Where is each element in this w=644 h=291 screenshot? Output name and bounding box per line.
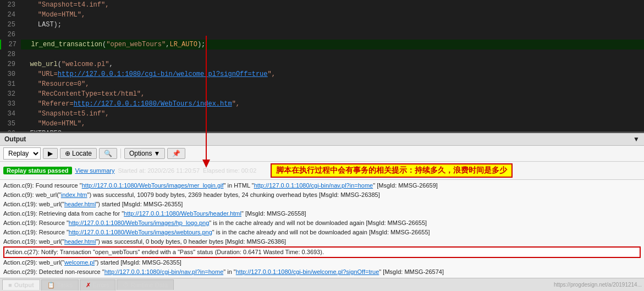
tab-runtime[interactable]: ⏱ Runtime Data: [117, 279, 174, 290]
code-line-30: 30 "URL=http://127.0.0.1:1080/cgi-bin/we…: [0, 69, 644, 79]
locate-icon: ⊕: [65, 150, 70, 157]
log-line-9: Action.c(29): web_url("welcome.pl") star…: [3, 258, 641, 267]
status-badge: Replay status passed: [3, 167, 72, 174]
output-title: Output: [4, 135, 26, 143]
replay-select[interactable]: Replay: [3, 147, 41, 160]
chevron-down-icon: ▼: [153, 150, 160, 157]
code-line-33: 33 "Referer=http://127.0.0.1:1080/WebTou…: [0, 99, 644, 109]
code-line-32: 32 "RecContentType=text/html",: [0, 89, 644, 99]
log-line-1: Action.c(9): Found resource "http://127.…: [3, 181, 641, 190]
tab-tasks[interactable]: 📋 Tasks: [41, 279, 79, 290]
code-line-28: 28: [0, 50, 644, 59]
pin-btn[interactable]: 📌: [167, 148, 185, 159]
code-line-35: 35 "Mode=HTML",: [0, 119, 644, 129]
started-at: Started at: 2020/2/26 11:20:57: [118, 167, 200, 174]
runtime-tab-icon: ⏱: [123, 282, 129, 288]
output-collapse-icon[interactable]: ▼: [633, 135, 640, 143]
output-header: Output ▼: [0, 133, 644, 146]
locate-btn[interactable]: ⊕ Locate: [60, 148, 97, 159]
errors-tab-icon: ✗: [86, 282, 91, 289]
elapsed-time: Elapsed time: 00:02: [203, 167, 256, 174]
log-line-6: Action.c(19): Resource "http://127.0.0.1…: [3, 228, 641, 237]
annotation-text: 脚本在执行过程中会有事务的相关提示：持续多久，浪费时间是多少: [271, 163, 513, 178]
log-line-4: Action.c(19): Retrieving data from cache…: [3, 209, 641, 218]
code-line-23: 23 "Snapshot=t4.inf",: [0, 0, 644, 10]
search-btn[interactable]: 🔍: [99, 148, 117, 159]
log-line-5: Action.c(19): Resource "http://127.0.0.1…: [3, 218, 641, 228]
code-line-27: 27 lr_end_transaction("open_webTours",LR…: [0, 40, 644, 50]
output-tab-icon: ■: [8, 282, 12, 288]
toolbar-divider: [120, 149, 121, 158]
log-line-transaction: Action.c(27): Notify: Transaction "open_…: [3, 246, 641, 258]
log-line-2: Action.c(9): web_url("index.htm") was su…: [3, 190, 641, 200]
code-line-31: 31 "Resource=0",: [0, 79, 644, 89]
log-line-10: Action.c(29): Detected non-resource "htt…: [3, 267, 641, 277]
code-editor: 23 "Snapshot=t4.inf", 24 "Mode=HTML", 25…: [0, 0, 644, 132]
code-line-34: 34 "Snapshot=t5.inf",: [0, 109, 644, 119]
output-toolbar: Replay ▶ ⊕ Locate 🔍 Options ▼ 📌: [0, 146, 644, 162]
pin-icon: 📌: [172, 150, 180, 157]
code-line-29: 29 web_url("welcome.pl",: [0, 59, 644, 69]
bottom-tabs: ■ Output 📋 Tasks ✗ Errors ⏱ Runtime Data…: [0, 278, 644, 291]
log-line-3: Action.c(19): web_url("header.html") sta…: [3, 200, 641, 209]
log-line-7: Action.c(19): web_url("header.html") was…: [3, 237, 641, 246]
code-line-25: 25 LAST);: [0, 20, 644, 30]
replay-icon: ▶: [48, 150, 53, 157]
watermark: https://progdesign.net/a/20191214...: [554, 282, 642, 288]
tab-output[interactable]: ■ Output: [2, 279, 40, 290]
options-btn[interactable]: Options ▼: [124, 148, 165, 159]
replay-icon-btn[interactable]: ▶: [43, 148, 58, 159]
code-line-24: 24 "Mode=HTML",: [0, 10, 644, 20]
tab-errors[interactable]: ✗ Errors: [80, 279, 115, 290]
output-panel: Output ▼ Replay ▶ ⊕ Locate 🔍 Options ▼: [0, 132, 644, 291]
search-icon: 🔍: [104, 150, 112, 157]
view-summary-link[interactable]: View summary: [75, 167, 115, 174]
code-line-26: 26: [0, 30, 644, 40]
status-bar: Replay status passed View summary Starte…: [0, 162, 644, 180]
tasks-tab-icon: 📋: [47, 282, 55, 289]
output-log[interactable]: Action.c(9): Found resource "http://127.…: [0, 180, 644, 278]
